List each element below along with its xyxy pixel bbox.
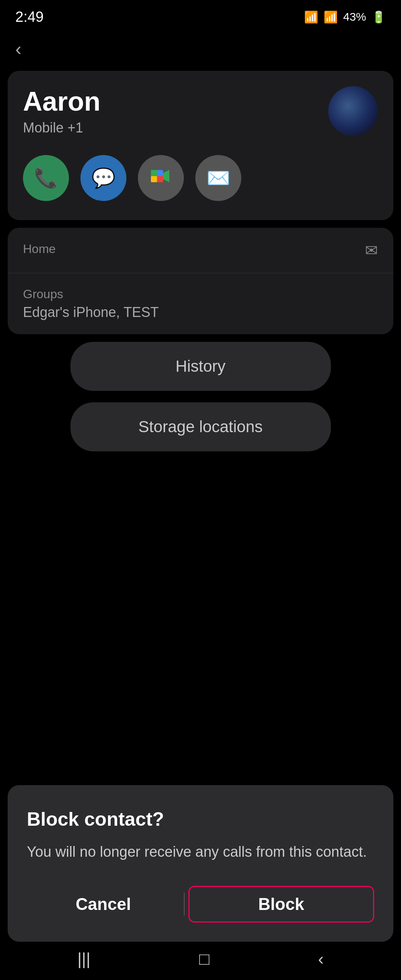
bottom-nav: ||| □ ‹: [0, 942, 401, 980]
wifi-icon: 📶: [304, 10, 318, 24]
cancel-button[interactable]: Cancel: [27, 887, 180, 921]
signal-icon: 📶: [324, 10, 338, 24]
contact-name: Aaron: [23, 86, 378, 117]
status-icons: 📶 📶 43% 🔋: [304, 10, 386, 24]
action-buttons: 📞 💬 ✉️: [23, 155, 378, 201]
mail-icon: ✉️: [206, 167, 230, 189]
info-row-groups: Groups Edgar's iPhone, TEST: [8, 273, 393, 334]
svg-rect-3: [151, 176, 157, 182]
mail-button[interactable]: ✉️: [195, 155, 241, 201]
dialog-buttons: Cancel Block: [27, 886, 374, 923]
battery-label: 43%: [343, 10, 366, 23]
battery-icon: 🔋: [372, 10, 386, 24]
call-icon: 📞: [34, 167, 58, 189]
status-bar: 2:49 📶 📶 43% 🔋: [0, 0, 401, 31]
block-button[interactable]: Block: [188, 886, 375, 923]
block-contact-dialog: Block contact? You will no longer receiv…: [8, 785, 393, 942]
home-mail-icon: ✉: [365, 242, 378, 259]
status-time: 2:49: [15, 9, 44, 25]
info-card: Home ✉ Groups Edgar's iPhone, TEST: [8, 228, 393, 334]
message-icon: 💬: [92, 167, 115, 189]
dialog-message: You will no longer receive any calls fro…: [27, 841, 374, 863]
info-row-home: Home ✉: [8, 228, 393, 273]
svg-rect-2: [157, 176, 163, 182]
dialog-title: Block contact?: [27, 808, 374, 830]
svg-rect-1: [151, 170, 157, 176]
nav-back-icon[interactable]: ‹: [318, 949, 324, 969]
nav-home-icon[interactable]: □: [199, 949, 210, 969]
back-button[interactable]: ‹: [0, 31, 401, 67]
svg-marker-4: [163, 170, 169, 182]
video-button[interactable]: [138, 155, 184, 201]
contact-avatar: [328, 86, 378, 136]
nav-recent-icon[interactable]: |||: [77, 949, 90, 969]
storage-locations-button[interactable]: Storage locations: [70, 402, 331, 451]
contact-subtitle: Mobile +1: [23, 120, 378, 136]
groups-value: Edgar's iPhone, TEST: [23, 304, 159, 320]
video-icon: [149, 165, 172, 191]
history-button[interactable]: History: [70, 342, 331, 391]
home-label: Home: [23, 242, 56, 256]
call-button[interactable]: 📞: [23, 155, 69, 201]
contact-card: Aaron Mobile +1 📞 💬 ✉️: [8, 71, 393, 220]
groups-label: Groups: [23, 287, 159, 301]
message-button[interactable]: 💬: [80, 155, 126, 201]
dialog-divider: [184, 893, 185, 916]
dialog-overlay: Favorites Edit Share More Block contact?…: [0, 635, 401, 980]
